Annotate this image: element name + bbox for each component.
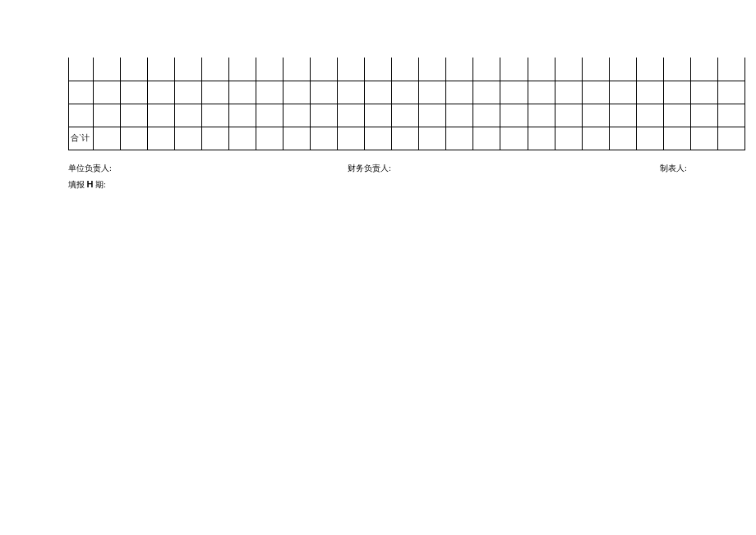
table-cell	[338, 104, 365, 127]
table-cell	[555, 81, 582, 104]
table-cell	[609, 127, 636, 150]
table-cell	[284, 127, 311, 150]
table-cell	[500, 81, 528, 104]
table-cell	[528, 58, 555, 81]
table-cell	[582, 104, 609, 127]
table-cell	[148, 104, 175, 127]
table-cell	[69, 81, 94, 104]
table-cell	[392, 127, 419, 150]
table-cell	[175, 104, 202, 127]
table-cell	[446, 127, 473, 150]
table-cell	[717, 127, 744, 150]
table-cell	[663, 81, 690, 104]
table-cell	[528, 127, 555, 150]
table-cell	[148, 81, 175, 104]
table-cell	[121, 127, 148, 150]
table-row	[69, 58, 745, 81]
table-cell	[256, 127, 284, 150]
table-cell	[148, 127, 175, 150]
table-cell	[419, 58, 446, 81]
table-cell	[636, 127, 663, 150]
table-cell	[636, 104, 663, 127]
table-cell	[690, 127, 717, 150]
table-cell	[256, 104, 284, 127]
table-cell	[175, 58, 202, 81]
fill-date-label: 填报 H 期:	[68, 179, 106, 191]
table-cell	[148, 58, 175, 81]
unit-head-label: 单位负责人:	[68, 163, 348, 174]
table-cell	[446, 58, 473, 81]
table-cell	[473, 58, 500, 81]
table-cell	[636, 81, 663, 104]
table-cell	[582, 58, 609, 81]
table-cell	[609, 58, 636, 81]
table-cell	[663, 58, 690, 81]
table-cell	[69, 58, 94, 81]
table-cell	[94, 104, 121, 127]
table-cell	[94, 58, 121, 81]
table-row	[69, 81, 745, 104]
table-cell	[311, 58, 338, 81]
table-cell	[690, 58, 717, 81]
table-cell	[256, 58, 284, 81]
table-cell	[121, 104, 148, 127]
form-table-container: 合`计	[68, 58, 745, 150]
table-cell	[121, 58, 148, 81]
table-cell	[175, 127, 202, 150]
fill-date-h: H	[87, 179, 94, 189]
table-cell	[392, 104, 419, 127]
table-cell	[121, 81, 148, 104]
table-cell	[202, 104, 229, 127]
table-cell	[69, 104, 94, 127]
fill-date-prefix: 填报	[68, 180, 85, 189]
table-cell	[582, 127, 609, 150]
table-cell	[229, 81, 256, 104]
table-cell	[365, 127, 392, 150]
table-cell	[446, 81, 473, 104]
table-cell	[338, 58, 365, 81]
table-cell	[528, 81, 555, 104]
table-cell	[690, 81, 717, 104]
table-cell	[717, 81, 744, 104]
table-cell	[284, 104, 311, 127]
table-cell	[338, 81, 365, 104]
form-table: 合`计	[68, 58, 745, 150]
table-cell	[555, 127, 582, 150]
table-cell	[256, 81, 284, 104]
table-cell	[202, 127, 229, 150]
table-cell	[365, 81, 392, 104]
table-cell	[202, 58, 229, 81]
table-cell	[311, 81, 338, 104]
table-cell	[229, 58, 256, 81]
table-cell	[365, 58, 392, 81]
table-cell	[446, 104, 473, 127]
table-cell	[175, 81, 202, 104]
fill-date-suffix: 期:	[95, 180, 106, 189]
table-cell	[229, 104, 256, 127]
table-cell	[500, 104, 528, 127]
table-cell	[717, 58, 744, 81]
table-cell	[690, 104, 717, 127]
table-cell	[202, 81, 229, 104]
table-cell	[473, 81, 500, 104]
table-cell	[663, 127, 690, 150]
table-cell	[663, 104, 690, 127]
table-cell	[284, 81, 311, 104]
table-cell	[500, 58, 528, 81]
table-cell	[419, 104, 446, 127]
table-cell	[229, 127, 256, 150]
signature-row: 单位负责人: 财务负责人: 制表人:	[68, 163, 745, 174]
table-cell	[582, 81, 609, 104]
table-cell	[609, 104, 636, 127]
table-cell	[636, 58, 663, 81]
table-cell	[311, 127, 338, 150]
table-cell	[365, 104, 392, 127]
table-cell	[94, 81, 121, 104]
table-cell	[419, 127, 446, 150]
table-cell	[500, 127, 528, 150]
table-cell	[555, 58, 582, 81]
table-cell	[94, 127, 121, 150]
table-cell	[338, 127, 365, 150]
table-cell	[284, 58, 311, 81]
preparer-label: 制表人:	[660, 163, 745, 174]
